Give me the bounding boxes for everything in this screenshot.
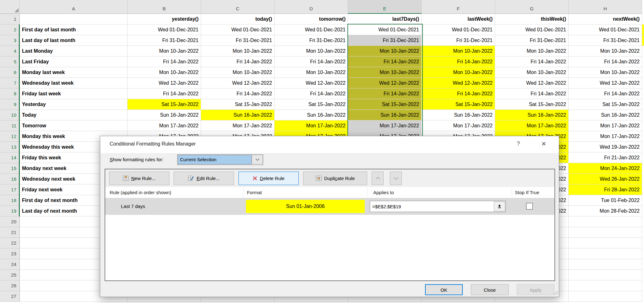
column-header-D[interactable]: D: [275, 0, 348, 14]
cell[interactable]: [569, 270, 642, 280]
row-number-24[interactable]: 24: [0, 259, 20, 270]
cell-C7[interactable]: Wed 12-Jan-2022: [201, 78, 275, 88]
cell-B10[interactable]: Sun 16-Jan-2022: [128, 110, 201, 120]
formula-header-cell-B[interactable]: yesterday(): [128, 14, 201, 24]
row-number-7[interactable]: 7: [0, 78, 20, 88]
cell-D2[interactable]: Wed 01-Dec-2021: [275, 24, 348, 35]
cell-C8[interactable]: Fri 14-Jan-2022: [201, 88, 275, 99]
cell-D9[interactable]: Sat 15-Jan-2022: [275, 99, 348, 110]
cell-G2[interactable]: Wed 01-Dec-2021: [495, 24, 569, 35]
cell-F2[interactable]: Wed 01-Dec-2021: [422, 24, 495, 35]
cell-E7[interactable]: Wed 12-Jan-2022: [348, 78, 422, 88]
cell[interactable]: [569, 227, 642, 238]
cell-D7[interactable]: Wed 12-Jan-2022: [275, 78, 348, 88]
row-number-17[interactable]: 17: [0, 184, 20, 195]
cell[interactable]: [569, 280, 642, 291]
cell-C6[interactable]: Mon 10-Jan-2022: [201, 67, 275, 78]
cell-C2[interactable]: Wed 01-Dec-2021: [201, 24, 275, 35]
formula-header-cell-E[interactable]: last7Days(): [348, 14, 422, 24]
cell-C10[interactable]: Sun 16-Jan-2022: [201, 110, 275, 120]
cell-B9[interactable]: Sat 15-Jan-2022: [128, 99, 201, 110]
cell-B2[interactable]: Wed 01-Dec-2021: [128, 24, 201, 35]
move-rule-down-button[interactable]: [390, 172, 402, 185]
row-label-cell[interactable]: Monday last week: [20, 67, 128, 78]
cell-G7[interactable]: Wed 12-Jan-2022: [495, 78, 569, 88]
delete-rule-button[interactable]: Delete Rule: [238, 172, 299, 185]
cell-F5[interactable]: Fri 14-Jan-2022: [422, 56, 495, 67]
formula-header-cell-F[interactable]: lastWeek(): [422, 14, 495, 24]
row-number-11[interactable]: 11: [0, 120, 20, 131]
row-label-cell[interactable]: Wednesday last week: [20, 78, 128, 88]
ok-button[interactable]: OK: [425, 284, 463, 295]
cell-E10[interactable]: Sun 16-Jan-2022: [348, 110, 422, 120]
close-icon[interactable]: ✕: [541, 140, 546, 147]
row-number-5[interactable]: 5: [0, 56, 20, 67]
cell-C11[interactable]: Mon 17-Jan-2022: [201, 120, 275, 131]
cell-H4[interactable]: Mon 10-Jan-2022: [569, 46, 642, 56]
row-label-cell[interactable]: Last Friday: [20, 56, 128, 67]
cell-B6[interactable]: Mon 10-Jan-2022: [128, 67, 201, 78]
column-header-H[interactable]: H: [569, 0, 642, 14]
column-header-C[interactable]: C: [201, 0, 275, 14]
row-number-8[interactable]: 8: [0, 88, 20, 99]
combobox-dropdown-button[interactable]: [252, 155, 263, 164]
move-rule-up-button[interactable]: [372, 172, 384, 185]
row-number-9[interactable]: 9: [0, 99, 20, 110]
cell-C5[interactable]: Fri 14-Jan-2022: [201, 56, 275, 67]
cell-G5[interactable]: Fri 14-Jan-2022: [495, 56, 569, 67]
cell-H16[interactable]: Wed 26-Jan-2022: [569, 174, 642, 184]
cell-G4[interactable]: Mon 10-Jan-2022: [495, 46, 569, 56]
row-label-cell[interactable]: Last day of last month: [20, 35, 128, 46]
cell-H7[interactable]: Wed 12-Jan-2022: [569, 78, 642, 88]
cell[interactable]: [569, 291, 642, 302]
cell-F9[interactable]: Sat 15-Jan-2022: [422, 99, 495, 110]
cell[interactable]: [569, 238, 642, 248]
row-number-15[interactable]: 15: [0, 163, 20, 174]
cell-H11[interactable]: Mon 17-Jan-2022: [569, 120, 642, 131]
help-icon[interactable]: ?: [517, 141, 520, 147]
cell-B7[interactable]: Wed 12-Jan-2022: [128, 78, 201, 88]
cell[interactable]: [569, 259, 642, 270]
cell-F8[interactable]: Fri 14-Jan-2022: [422, 88, 495, 99]
row-number-18[interactable]: 18: [0, 195, 20, 206]
cell-E5[interactable]: Fri 14-Jan-2022: [348, 56, 422, 67]
cell-H18[interactable]: Tue 01-Feb-2022: [569, 195, 642, 206]
cell-D4[interactable]: Mon 10-Jan-2022: [275, 46, 348, 56]
row-number-22[interactable]: 22: [0, 238, 20, 248]
column-header-A[interactable]: A: [20, 0, 128, 14]
cell-F3[interactable]: Fri 31-Dec-2021: [422, 35, 495, 46]
select-all-corner[interactable]: [0, 0, 20, 14]
row-number-4[interactable]: 4: [0, 46, 20, 56]
cell-B4[interactable]: Mon 10-Jan-2022: [128, 46, 201, 56]
row-number-6[interactable]: 6: [0, 67, 20, 78]
column-header-E[interactable]: E: [348, 0, 422, 14]
show-rules-combobox[interactable]: Current Selection: [177, 154, 263, 165]
stop-if-true-checkbox[interactable]: [526, 203, 533, 210]
row-number-13[interactable]: 13: [0, 142, 20, 152]
cell-H17[interactable]: Fri 28-Jan-2022: [569, 184, 642, 195]
column-header-B[interactable]: B: [128, 0, 201, 14]
cell-G11[interactable]: Mon 17-Jan-2022: [495, 120, 569, 131]
rule-row[interactable]: Last 7 days Sun 01-Jan-2006: [105, 198, 554, 215]
cell-E3[interactable]: Fri 31-Dec-2021: [348, 35, 422, 46]
cell-G3[interactable]: Fri 31-Dec-2021: [495, 35, 569, 46]
cell-H2[interactable]: Wed 01-Dec-2021: [569, 24, 642, 35]
row-number-26[interactable]: 26: [0, 280, 20, 291]
row-number-1[interactable]: 1: [0, 14, 20, 24]
cell-B8[interactable]: Fri 14-Jan-2022: [128, 88, 201, 99]
cell-H5[interactable]: Fri 14-Jan-2022: [569, 56, 642, 67]
cell-H9[interactable]: Sat 15-Jan-2022: [569, 99, 642, 110]
collapse-dialog-button[interactable]: [494, 201, 505, 211]
cell[interactable]: [569, 248, 642, 259]
row-label-cell[interactable]: Friday last week: [20, 88, 128, 99]
cell-F4[interactable]: Mon 10-Jan-2022: [422, 46, 495, 56]
row-label-cell[interactable]: Today: [20, 110, 128, 120]
cell-H19[interactable]: Mon 28-Feb-2022: [569, 206, 642, 216]
row-number-3[interactable]: 3: [0, 35, 20, 46]
cell-E4[interactable]: Mon 10-Jan-2022: [348, 46, 422, 56]
duplicate-rule-button[interactable]: Duplicate Rule: [303, 172, 367, 185]
cell-G8[interactable]: Fri 14-Jan-2022: [495, 88, 569, 99]
cell-H14[interactable]: Fri 21-Jan-2022: [569, 152, 642, 163]
cell-G10[interactable]: Sun 16-Jan-2022: [495, 110, 569, 120]
new-rule-button[interactable]: New Rule...: [109, 172, 169, 185]
